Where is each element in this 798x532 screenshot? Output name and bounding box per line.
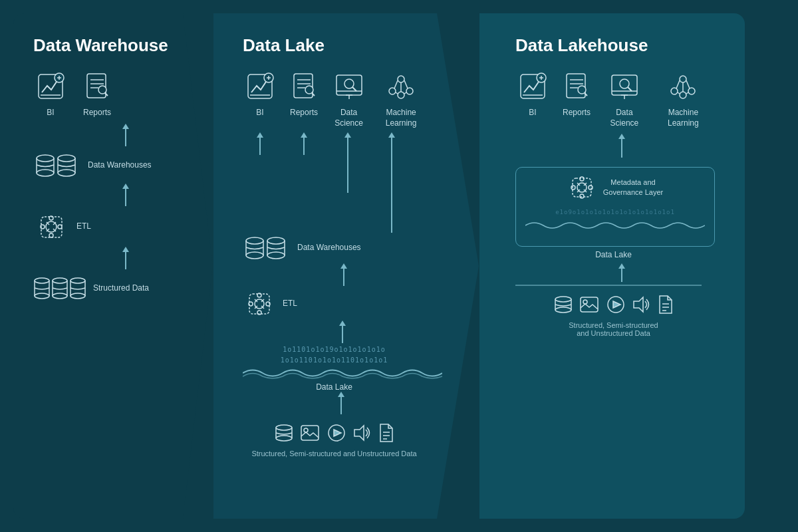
lakehouse-reports-item: Reports — [559, 69, 594, 118]
svg-line-120 — [678, 92, 680, 94]
svg-point-67 — [246, 237, 263, 244]
lakehouse-separator — [515, 285, 702, 286]
svg-point-50 — [305, 86, 313, 94]
metadata-etl-icon — [567, 173, 597, 202]
svg-rect-89 — [301, 426, 319, 440]
lake-ml-item: Machine Learning — [376, 69, 426, 128]
svg-point-112 — [620, 79, 629, 88]
warehouse-panel: Data Warehouse BI — [13, 13, 213, 519]
svg-marker-92 — [334, 430, 341, 436]
svg-marker-141 — [634, 297, 643, 312]
lakehouse-top-icons: BI Reports — [515, 69, 712, 128]
lakehouse-ml-label: Machine Learning — [655, 108, 712, 128]
lakehouse-datascience-icon — [607, 69, 642, 104]
lakehouse-binary-text: e1o9o1o1o1o1o1o1o1o1o1o1o1o1 — [524, 207, 706, 217]
lake-source-video-icon — [327, 424, 346, 442]
lake-etl-label: ETL — [283, 299, 297, 309]
lakehouse-bi-label: BI — [529, 108, 536, 118]
arrow-3 — [59, 251, 193, 269]
lake-source-text: Structured, Semi-structured and Unstruct… — [243, 450, 426, 458]
lake-bi-icon — [243, 69, 277, 104]
lakehouse-datascience-label: Data Science — [603, 108, 646, 128]
lakehouse-arrow-2 — [531, 267, 712, 282]
svg-point-136 — [555, 307, 571, 313]
svg-point-33 — [53, 278, 67, 283]
lakehouse-source-text: Structured, Semi-structured and Unstruct… — [515, 321, 712, 337]
warehouse-structured-section: Structured Data — [33, 272, 193, 305]
svg-point-70 — [246, 252, 263, 259]
lake-databases-icon — [243, 233, 291, 263]
svg-rect-137 — [581, 297, 598, 312]
metadata-title-text: Metadata andGovernance Layer — [603, 178, 664, 198]
svg-line-121 — [686, 92, 688, 94]
reports-icon — [80, 69, 114, 104]
lake-bi-label: BI — [256, 108, 263, 118]
svg-point-85 — [276, 425, 292, 430]
svg-point-24 — [58, 225, 62, 229]
etl-label: ETL — [76, 221, 91, 232]
lakehouse-binary-area: e1o9o1o1o1o1o1o1o1o1o1o1o1o1 — [524, 207, 706, 241]
svg-point-126 — [580, 194, 584, 198]
svg-point-133 — [555, 297, 571, 302]
svg-point-29 — [35, 278, 49, 283]
lake-bi-item: BI — [243, 69, 277, 118]
svg-point-18 — [58, 170, 75, 176]
lakehouse-arrow-1 — [531, 138, 712, 158]
diagram-container: Data Warehouse BI — [13, 13, 785, 519]
svg-point-127 — [571, 186, 575, 190]
svg-line-63 — [404, 80, 408, 88]
lakehouse-bi-icon — [515, 69, 550, 104]
svg-point-11 — [37, 155, 54, 162]
lakehouse-source-doc-icon — [658, 295, 674, 315]
lakehouse-datalake-label: Data Lake — [515, 250, 712, 261]
lake-datalake-section: 1o1101o1o19o1o1o1o1o1o 1o1o1101o1o1o1101… — [243, 344, 426, 393]
svg-point-56 — [344, 79, 354, 88]
svg-point-60 — [406, 88, 413, 94]
reports-label: Reports — [83, 108, 111, 118]
lakehouse-wave-icon — [525, 219, 705, 232]
svg-marker-140 — [613, 301, 620, 308]
lakehouse-source-image-icon — [579, 296, 599, 313]
svg-point-37 — [70, 278, 85, 283]
lake-warehouses-label: Data Warehouses — [297, 243, 361, 253]
svg-point-125 — [580, 177, 584, 181]
warehouse-reports-item: Reports — [80, 69, 114, 118]
svg-marker-93 — [354, 426, 364, 440]
lake-source-doc-icon — [378, 423, 394, 443]
lake-reports-label: Reports — [290, 108, 318, 118]
lake-source-icons — [243, 422, 426, 444]
svg-point-9 — [98, 86, 106, 94]
lake-ml-label: Machine Learning — [376, 108, 426, 128]
lakehouse-source-video-icon — [606, 296, 626, 313]
svg-point-88 — [276, 436, 292, 441]
lake-etl-icon — [243, 287, 276, 321]
svg-point-58 — [398, 76, 404, 82]
svg-line-57 — [352, 87, 356, 91]
svg-point-14 — [37, 170, 54, 176]
lake-top-icons: BI Reports — [243, 69, 426, 128]
svg-line-65 — [404, 92, 406, 94]
lake-reports-icon — [287, 69, 321, 104]
binary-display: 1o1101o1o19o1o1o1o1o1o 1o1o1101o1o1o1101… — [243, 344, 426, 366]
svg-point-117 — [680, 92, 686, 98]
svg-point-116 — [688, 88, 695, 94]
svg-line-119 — [686, 80, 690, 88]
lake-ml-icon — [384, 69, 418, 104]
lake-arrows-row1 — [243, 136, 426, 233]
svg-line-118 — [676, 80, 680, 88]
warehouse-title: Data Warehouse — [33, 35, 193, 56]
svg-line-62 — [394, 80, 398, 88]
arrow-1 — [59, 128, 193, 146]
svg-point-128 — [589, 186, 593, 190]
lake-source-audio-icon — [353, 424, 372, 442]
warehouse-top-icons: BI Reports — [33, 69, 193, 118]
lakehouse-reports-label: Reports — [563, 108, 591, 118]
lake-etl-section: ETL — [243, 287, 426, 321]
etl-icon — [33, 209, 70, 245]
lakehouse-ml-icon — [666, 69, 700, 104]
data-warehouses-label: Data Warehouses — [88, 160, 152, 171]
wave-icon — [243, 366, 442, 380]
svg-line-64 — [396, 92, 398, 94]
warehouse-bi-item: BI — [33, 69, 68, 118]
lakehouse-source-icons — [515, 294, 712, 315]
